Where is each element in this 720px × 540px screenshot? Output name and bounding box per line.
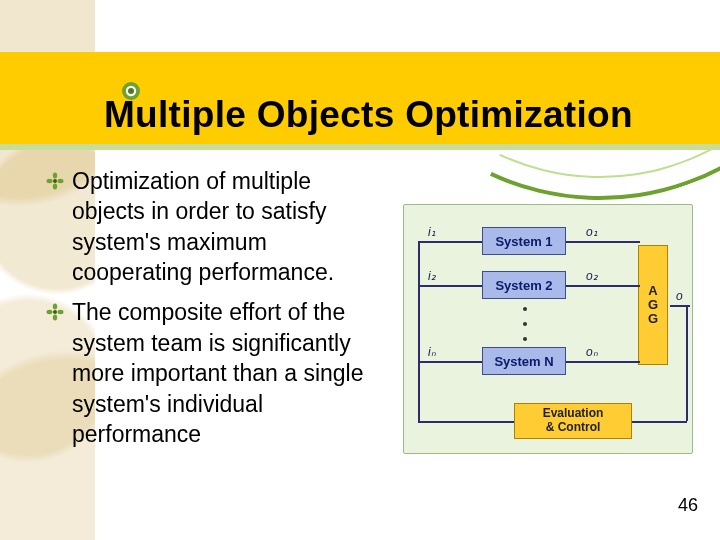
bullet-list: Optimization of multiple objects in orde… <box>52 166 388 459</box>
svg-point-11 <box>58 310 64 314</box>
wire <box>418 421 514 423</box>
system-box: System 2 <box>482 271 566 299</box>
svg-point-7 <box>53 179 57 183</box>
svg-point-5 <box>47 179 53 183</box>
wire <box>566 361 640 363</box>
svg-point-10 <box>47 310 53 314</box>
aggregator-box: A G G <box>638 245 668 365</box>
svg-point-8 <box>53 304 57 310</box>
bullet-text: The composite effort of the system team … <box>72 299 364 446</box>
input-label: i₂ <box>428 269 436 283</box>
wire <box>418 285 482 287</box>
page-number: 46 <box>678 495 698 516</box>
wire <box>418 241 482 243</box>
svg-point-6 <box>58 179 64 183</box>
output-label: oₙ <box>586 345 598 359</box>
flower-bullet-icon <box>46 303 64 321</box>
wire <box>566 285 640 287</box>
flower-bullet-icon <box>46 172 64 190</box>
input-label: iₙ <box>428 345 436 359</box>
bullet-item: Optimization of multiple objects in orde… <box>52 166 388 287</box>
output-label: o₂ <box>586 269 598 283</box>
bullet-text: Optimization of multiple objects in orde… <box>72 168 334 285</box>
wire <box>566 241 640 243</box>
wire <box>686 305 688 421</box>
evaluation-box: Evaluation & Control <box>514 403 632 439</box>
svg-point-12 <box>53 310 57 314</box>
svg-point-4 <box>53 184 57 190</box>
vertical-ellipsis-icon <box>520 307 530 341</box>
slide: { "title": "Multiple Objects Optimizatio… <box>0 0 720 540</box>
slide-title: Multiple Objects Optimization <box>104 94 700 136</box>
input-label: i₁ <box>428 225 436 239</box>
svg-point-3 <box>53 173 57 179</box>
system-box: System N <box>482 347 566 375</box>
bullet-item: The composite effort of the system team … <box>52 297 388 449</box>
system-diagram: System 1 System 2 System N A G G Evaluat… <box>403 204 693 454</box>
output-label: o₁ <box>586 225 598 239</box>
wire <box>632 421 687 423</box>
agg-output-label: o <box>676 289 683 303</box>
wire <box>418 361 482 363</box>
wire <box>418 241 420 421</box>
svg-point-9 <box>53 315 57 321</box>
system-box: System 1 <box>482 227 566 255</box>
